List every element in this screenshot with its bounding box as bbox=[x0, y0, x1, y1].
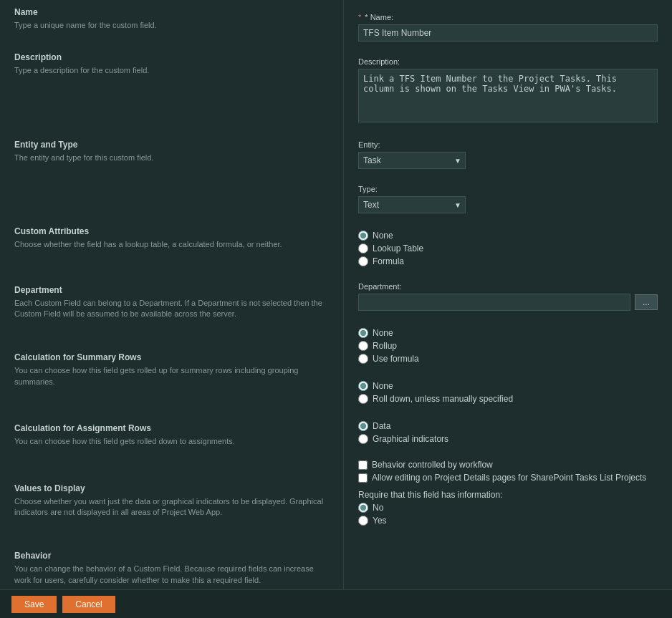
section-custom-attr-title: Custom Attributes bbox=[14, 226, 329, 236]
section-calc-summary-title: Calculation for Summary Rows bbox=[14, 352, 329, 362]
calc-summary-rollup-radio[interactable] bbox=[358, 341, 368, 351]
section-dept-title: Department bbox=[14, 285, 329, 295]
cb-workflow-item[interactable]: Behavior controlled by workflow bbox=[358, 460, 658, 470]
section-calc-summary-desc: You can choose how this field gets rolle… bbox=[14, 365, 329, 387]
section-custom-attr-desc: Choose whether the field has a lookup ta… bbox=[14, 239, 329, 250]
custom-attr-formula-item[interactable]: Formula bbox=[358, 256, 658, 266]
section-dept-desc: Each Custom Field can belong to a Depart… bbox=[14, 298, 329, 320]
values-graphical-radio[interactable] bbox=[358, 434, 368, 444]
calc-assign-rolldown-item[interactable]: Roll down, unless manually specified bbox=[358, 394, 658, 404]
section-name: Name Type a unique name for the custom f… bbox=[14, 7, 329, 31]
calc-summary-rollup-label: Rollup bbox=[373, 341, 397, 351]
calc-summary-none-item[interactable]: None bbox=[358, 328, 658, 338]
custom-attr-lookup-label: Lookup Table bbox=[373, 243, 423, 254]
custom-attr-formula-radio[interactable] bbox=[358, 256, 368, 266]
type-label: Type: bbox=[358, 185, 658, 193]
custom-attr-section: None Lookup Table Formula bbox=[358, 226, 658, 266]
entity-select[interactable]: Task Project Resource bbox=[358, 152, 466, 169]
section-behavior-title: Behavior bbox=[14, 551, 329, 561]
desc-label: Description: bbox=[358, 57, 658, 66]
values-display-section: Data Graphical indicators bbox=[358, 417, 658, 444]
require-yes-item[interactable]: Yes bbox=[358, 516, 658, 526]
dept-browse-button[interactable]: ... bbox=[635, 294, 658, 310]
calc-summary-none-radio[interactable] bbox=[358, 328, 368, 338]
calc-assign-none-item[interactable]: None bbox=[358, 381, 658, 391]
calc-summary-radio-group: None Rollup Use formula bbox=[358, 328, 658, 364]
description-section: Description: Link a TFS Item Number to t… bbox=[358, 54, 658, 125]
section-department: Department Each Custom Field can belong … bbox=[14, 285, 329, 320]
calc-assign-rolldown-radio[interactable] bbox=[358, 394, 368, 404]
cb-workflow-checkbox[interactable] bbox=[358, 460, 368, 470]
section-calc-assign-title: Calculation for Assignment Rows bbox=[14, 423, 329, 433]
section-entity-desc: The entity and type for this custom fiel… bbox=[14, 153, 329, 163]
require-no-item[interactable]: No bbox=[358, 503, 658, 513]
section-description: Description Type a description for the c… bbox=[14, 52, 329, 76]
department-section: Department: ... bbox=[358, 279, 658, 311]
section-entity-title: Entity and Type bbox=[14, 140, 329, 150]
custom-attr-formula-label: Formula bbox=[373, 256, 404, 266]
section-entity-type: Entity and Type The entity and type for … bbox=[14, 140, 329, 163]
bottom-bar: Save Cancel bbox=[0, 589, 672, 618]
section-values-desc: Choose whether you want just the data or… bbox=[14, 496, 329, 518]
description-textarea[interactable]: Link a TFS Item Number to the Project Ta… bbox=[358, 69, 658, 122]
custom-attr-lookup-radio[interactable] bbox=[358, 243, 368, 254]
calc-summary-rollup-item[interactable]: Rollup bbox=[358, 341, 658, 351]
section-calc-assign-desc: You can choose how this field gets rolle… bbox=[14, 436, 329, 447]
left-panel: Name Type a unique name for the custom f… bbox=[0, 0, 344, 618]
section-calc-summary: Calculation for Summary Rows You can cho… bbox=[14, 352, 329, 387]
calc-assign-none-radio[interactable] bbox=[358, 381, 368, 391]
values-data-item[interactable]: Data bbox=[358, 421, 658, 431]
behavior-section: Behavior controlled by workflow Allow ed… bbox=[358, 457, 658, 526]
section-name-title: Name bbox=[14, 7, 329, 17]
calc-summary-none-label: None bbox=[373, 328, 393, 338]
values-graphical-label: Graphical indicators bbox=[373, 434, 448, 444]
cb-sharepoint-label: Allow editing on Project Details pages f… bbox=[372, 473, 646, 483]
cancel-button[interactable]: Cancel bbox=[62, 596, 115, 613]
name-label: * * Name: bbox=[358, 13, 658, 21]
entity-select-wrapper: Task Project Resource ▼ bbox=[358, 152, 466, 169]
type-select[interactable]: Text Number Date Flag Duration Cost bbox=[358, 196, 466, 213]
section-desc-title: Description bbox=[14, 52, 329, 62]
require-no-label: No bbox=[373, 503, 383, 513]
values-display-radio-group: Data Graphical indicators bbox=[358, 421, 658, 444]
dept-label: Department: bbox=[358, 282, 658, 291]
calc-summary-formula-item[interactable]: Use formula bbox=[358, 354, 658, 364]
calc-summary-formula-label: Use formula bbox=[373, 354, 419, 364]
custom-attr-none-item[interactable]: None bbox=[358, 231, 658, 241]
section-desc-desc: Type a description for the custom field. bbox=[14, 65, 329, 76]
require-label: Require that this field has information: bbox=[358, 490, 658, 500]
dept-row: ... bbox=[358, 294, 658, 311]
right-panel: * * Name: Description: Link a TFS Item N… bbox=[344, 0, 672, 618]
name-section: * * Name: bbox=[358, 10, 658, 42]
calc-summary-formula-radio[interactable] bbox=[358, 354, 368, 364]
save-button[interactable]: Save bbox=[11, 596, 57, 613]
calc-assign-none-label: None bbox=[373, 381, 393, 391]
type-select-wrapper: Text Number Date Flag Duration Cost ▼ bbox=[358, 196, 466, 213]
calc-summary-section: None Rollup Use formula bbox=[358, 324, 658, 364]
cb-sharepoint-item[interactable]: Allow editing on Project Details pages f… bbox=[358, 473, 658, 483]
calc-assign-radio-group: None Roll down, unless manually specifie… bbox=[358, 381, 658, 404]
require-yes-radio[interactable] bbox=[358, 516, 368, 526]
require-no-radio[interactable] bbox=[358, 503, 368, 513]
calc-assign-section: None Roll down, unless manually specifie… bbox=[358, 377, 658, 404]
calc-assign-rolldown-label: Roll down, unless manually specified bbox=[373, 394, 513, 404]
section-behavior: Behavior You can change the behavior of … bbox=[14, 551, 329, 586]
custom-attr-radio-group: None Lookup Table Formula bbox=[358, 231, 658, 266]
custom-attr-none-radio[interactable] bbox=[358, 231, 368, 241]
section-values-title: Values to Display bbox=[14, 483, 329, 493]
custom-attr-lookup-item[interactable]: Lookup Table bbox=[358, 243, 658, 254]
custom-attr-none-label: None bbox=[373, 231, 393, 241]
values-data-label: Data bbox=[373, 421, 390, 431]
name-input[interactable] bbox=[358, 24, 658, 42]
cb-sharepoint-checkbox[interactable] bbox=[358, 473, 368, 483]
values-graphical-item[interactable]: Graphical indicators bbox=[358, 434, 658, 444]
section-custom-attributes: Custom Attributes Choose whether the fie… bbox=[14, 226, 329, 250]
type-section: Type: Text Number Date Flag Duration Cos… bbox=[358, 182, 658, 213]
entity-label: Entity: bbox=[358, 140, 658, 149]
dept-input[interactable] bbox=[358, 294, 630, 311]
cb-workflow-label: Behavior controlled by workflow bbox=[372, 460, 493, 470]
section-calc-assignment: Calculation for Assignment Rows You can … bbox=[14, 423, 329, 447]
section-name-desc: Type a unique name for the custom field. bbox=[14, 20, 329, 31]
values-data-radio[interactable] bbox=[358, 421, 368, 431]
require-yes-label: Yes bbox=[373, 516, 387, 526]
